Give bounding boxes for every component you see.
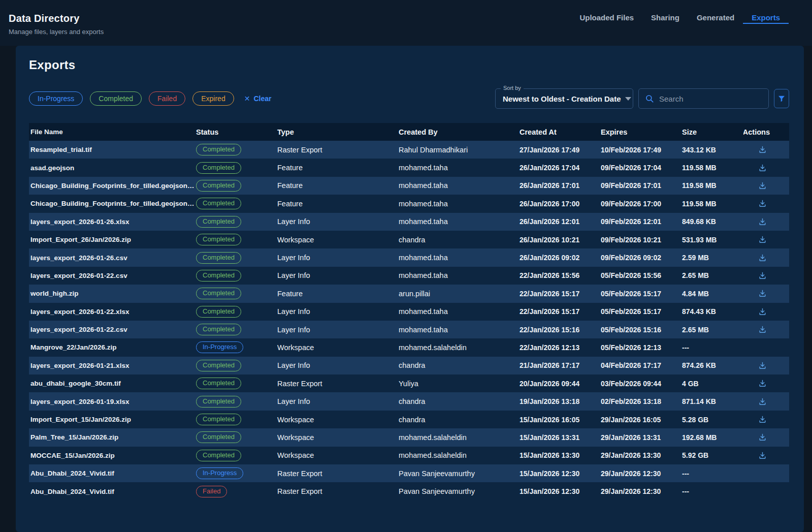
cell-size: 2.59 MB [680, 254, 743, 262]
tab-uploaded-files[interactable]: Uploaded Files [571, 7, 642, 34]
cell-size: 5.92 GB [680, 451, 743, 459]
status-badge: Completed [196, 180, 241, 192]
cell-file-name: Resampled_trial.tif [29, 146, 194, 153]
tab-generated[interactable]: Generated [688, 7, 743, 34]
filter-chip-completed[interactable]: Completed [90, 91, 142, 106]
cell-created-by: Pavan Sanjeevamurthy [397, 487, 518, 495]
table-row: layers_export_2026-01-19.xlsx Completed … [29, 392, 789, 410]
table-row: layers_export_2026-01-22.csv Completed L… [29, 267, 789, 285]
cell-created-by: Rahul Dharmadhikari [397, 146, 518, 154]
download-button[interactable] [757, 324, 768, 335]
cell-expires: 04/Feb/2026 17:17 [599, 361, 680, 369]
download-button[interactable] [757, 432, 768, 443]
filter-chip-in-progress[interactable]: In-Progress [29, 91, 83, 106]
cell-created-at: 26/Jan/2026 10:21 [518, 236, 599, 244]
cell-created-by: mohamed.salaheldin [397, 433, 518, 442]
filter-chip-expired[interactable]: Expired [192, 91, 234, 106]
cell-file-name: abu_dhabi_google_30cm.tif [29, 380, 194, 387]
section-title: Exports [29, 58, 789, 72]
cell-created-at: 22/Jan/2026 15:17 [518, 290, 599, 298]
cell-file-name: Mangrove_22/Jan/2026.zip [29, 343, 194, 351]
table-row: Chicago_Building_Footprints_for_tilled.g… [29, 195, 789, 212]
cell-actions [743, 144, 789, 155]
cell-expires: 09/Feb/2026 10:21 [599, 236, 680, 244]
table-body: Resampled_trial.tif Completed Raster Exp… [29, 141, 789, 500]
download-button[interactable] [757, 253, 768, 263]
table-row: layers_export_2026-01-22.csv Completed L… [29, 321, 789, 338]
cell-created-by: mohamed.taha [397, 307, 518, 316]
cell-created-at: 22/Jan/2026 15:17 [518, 307, 599, 316]
cell-file-name: layers_export_2026-01-22.csv [29, 272, 194, 279]
filter-chip-failed[interactable]: Failed [149, 91, 185, 106]
status-badge: Failed [196, 486, 227, 497]
cell-file-name: MOCCAE_15/Jan/2026.zip [29, 452, 194, 459]
download-button[interactable] [757, 288, 768, 299]
filter-button[interactable] [774, 89, 789, 108]
download-button[interactable] [757, 198, 768, 209]
cell-created-at: 15/Jan/2026 13:30 [518, 451, 599, 459]
download-icon [758, 254, 767, 262]
cell-expires: 09/Feb/2026 17:04 [599, 164, 680, 172]
download-icon [758, 181, 767, 190]
cell-file-name: layers_export_2026-01-22.csv [29, 326, 194, 333]
cell-actions [743, 234, 789, 245]
cell-size: --- [680, 343, 743, 352]
tab-sharing[interactable]: Sharing [642, 7, 688, 34]
cell-created-by: chandra [397, 361, 518, 369]
clear-filters-button[interactable]: ✕ Clear [244, 95, 272, 103]
search-input[interactable] [659, 95, 762, 103]
download-icon [758, 325, 767, 334]
download-button[interactable] [757, 216, 768, 227]
cell-expires: 29/Jan/2026 12:30 [599, 470, 680, 478]
page-header: Data Directory Manage files, layers and … [0, 0, 812, 46]
cell-actions [743, 324, 789, 335]
cell-size: 119.58 MB [680, 181, 743, 190]
cell-created-at: 26/Jan/2026 12:01 [518, 217, 599, 226]
clear-icon: ✕ [244, 95, 250, 102]
download-button[interactable] [757, 180, 768, 191]
status-badge: In-Progress [196, 467, 243, 479]
cell-created-at: 26/Jan/2026 17:01 [518, 181, 599, 190]
download-button[interactable] [757, 163, 768, 173]
download-button[interactable] [757, 450, 768, 461]
download-button[interactable] [757, 306, 768, 317]
cell-type: Workspace [276, 343, 397, 352]
download-icon [758, 235, 767, 244]
sort-dropdown[interactable]: Sort by Newest to Oldest - Creation Date [495, 88, 633, 109]
tab-exports[interactable]: Exports [743, 7, 789, 34]
download-button[interactable] [757, 414, 768, 425]
cell-created-by: mohamed.salaheldin [397, 451, 518, 459]
toolbar: In-Progress Completed Failed Expired ✕ C… [29, 88, 789, 109]
cell-created-by: mohamed.taha [397, 271, 518, 279]
cell-size: 531.93 MB [680, 236, 743, 244]
search-icon [645, 94, 654, 103]
cell-type: Feature [276, 290, 397, 298]
cell-status: Completed [194, 234, 276, 245]
cell-expires: 05/Feb/2026 15:16 [599, 326, 680, 334]
download-button[interactable] [757, 378, 768, 389]
cell-status: Completed [194, 144, 276, 155]
cell-status: Completed [194, 360, 276, 371]
cell-created-by: mohamed.taha [397, 254, 518, 262]
cell-status: Completed [194, 450, 276, 461]
cell-status: Completed [194, 396, 276, 408]
top-nav: Uploaded Files Sharing Generated Exports [571, 7, 789, 34]
cell-created-by: chandra [397, 397, 518, 405]
cell-type: Layer Info [276, 271, 397, 279]
download-button[interactable] [757, 396, 768, 407]
column-header-expires: Expires [599, 128, 680, 136]
cell-expires: 29/Jan/2026 13:31 [599, 433, 680, 442]
cell-size: 4.84 MB [680, 290, 743, 298]
cell-file-name: Abu_Dhabi_2024_Vivid.tif [29, 470, 194, 477]
download-button[interactable] [757, 270, 768, 281]
download-button[interactable] [757, 360, 768, 371]
cell-type: Workspace [276, 236, 397, 244]
cell-type: Raster Export [276, 146, 397, 154]
download-button[interactable] [757, 144, 768, 155]
cell-created-at: 22/Jan/2026 12:13 [518, 343, 599, 352]
cell-file-name: Chicago_Building_Footprints_for_tilled.g… [29, 182, 194, 190]
download-icon [758, 451, 767, 460]
status-badge: Completed [196, 396, 241, 408]
download-button[interactable] [757, 234, 768, 245]
cell-status: In-Progress [194, 341, 276, 353]
